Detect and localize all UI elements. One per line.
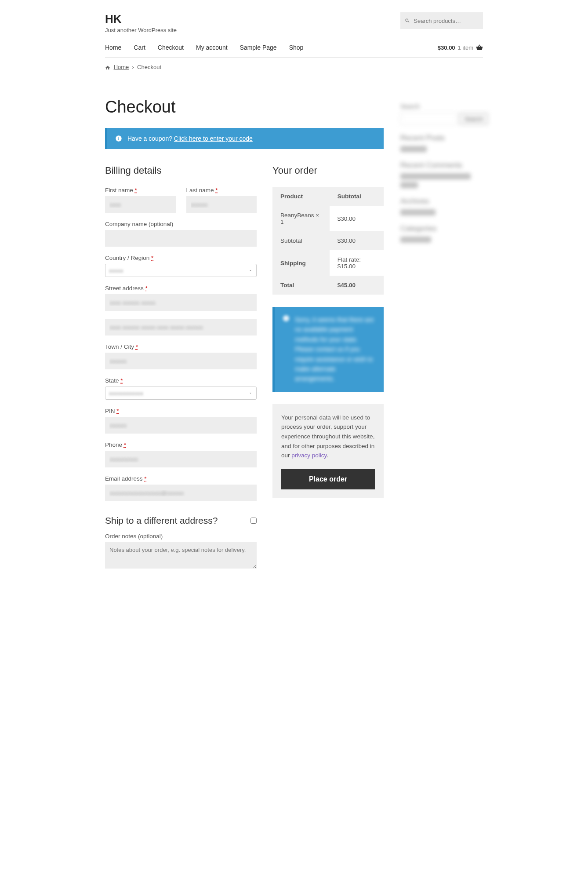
state-select[interactable]: xxxxxxxxxxxx [105,387,257,400]
primary-nav: Home Cart Checkout My account Sample Pag… [105,44,303,51]
last-name-label: Last name * [186,187,257,193]
order-line-item: BeanyBeans × 1 $30.00 [272,206,384,231]
first-name-label: First name * [105,187,176,193]
info-icon [115,135,122,142]
site-title[interactable]: HK [105,12,177,26]
phone-input[interactable] [105,451,257,467]
nav-checkout[interactable]: Checkout [158,44,184,51]
breadcrumb: Home › Checkout [105,58,483,77]
coupon-link[interactable]: Click here to enter your code [174,135,253,142]
privacy-policy-link[interactable]: privacy policy [291,452,327,459]
col-subtotal: Subtotal [330,187,384,206]
order-subtotal-row: Subtotal $30.00 [272,231,384,250]
city-input[interactable] [105,353,257,369]
chevron-down-icon [248,268,253,273]
cart-summary[interactable]: $30.00 1 item [438,44,483,51]
privacy-text: Your personal data will be used to proce… [281,413,375,460]
site-tagline: Just another WordPress site [105,27,177,33]
breadcrumb-home[interactable]: Home [114,64,129,70]
company-input[interactable] [105,230,257,247]
pin-label: PIN * [105,408,257,414]
nav-shop[interactable]: Shop [289,44,304,51]
info-icon [283,315,290,322]
ship-different-checkbox[interactable] [250,518,257,524]
product-search[interactable] [400,12,483,29]
order-total-row: Total $45.00 [272,276,384,295]
pin-input[interactable] [105,417,257,434]
payment-notice: Sorry, it seems that there are no availa… [272,307,384,392]
order-shipping-row: Shipping Flat rate: $15.00 [272,250,384,276]
phone-label: Phone * [105,441,257,448]
coupon-notice: Have a coupon? Click here to enter your … [105,128,384,149]
col-product: Product [272,187,330,206]
ship-different-heading: Ship to a different address? [105,515,218,526]
nav-cart[interactable]: Cart [134,44,145,51]
order-notes-label: Order notes (optional) [105,533,257,540]
order-heading: Your order [272,165,384,176]
nav-sample-page[interactable]: Sample Page [240,44,277,51]
chevron-down-icon [248,391,253,395]
nav-home[interactable]: Home [105,44,121,51]
company-label: Company name (optional) [105,221,257,227]
email-input[interactable] [105,485,257,501]
email-label: Email address * [105,475,257,482]
last-name-input[interactable] [186,196,257,213]
cart-amount: $30.00 [438,44,455,51]
country-select[interactable]: xxxxx [105,264,257,277]
search-icon [405,18,410,24]
street-input-2[interactable] [105,319,257,336]
billing-heading: Billing details [105,165,257,176]
place-order-button[interactable]: Place order [281,469,375,489]
order-table: Product Subtotal BeanyBeans × 1 $30.00 S… [272,187,384,295]
state-label: State * [105,377,257,384]
coupon-prompt: Have a coupon? [127,135,172,142]
country-label: Country / Region * [105,255,257,261]
page-title: Checkout [105,98,384,117]
place-order-section: Your personal data will be used to proce… [272,404,384,498]
basket-icon [476,44,483,51]
home-icon [105,65,110,70]
first-name-input[interactable] [105,196,176,213]
street-input-1[interactable] [105,294,257,311]
cart-item-count: 1 item [458,44,473,51]
order-notes-input[interactable] [105,542,257,569]
breadcrumb-current: Checkout [137,64,161,70]
sidebar: Search Search Recent Posts Recent Commen… [400,77,483,245]
street-label: Street address * [105,285,257,292]
search-input[interactable] [414,18,479,24]
city-label: Town / City * [105,343,257,350]
nav-my-account[interactable]: My account [196,44,228,51]
